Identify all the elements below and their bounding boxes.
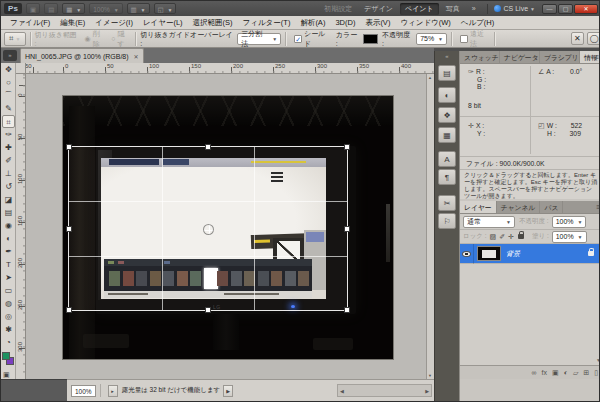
lock-transparency-icon[interactable]: ▨ [490, 233, 497, 240]
minimize-button[interactable]: — [542, 4, 557, 14]
status-menu-icon[interactable]: ▶ [223, 385, 233, 397]
blur-tool[interactable]: ◉ [2, 219, 15, 232]
3d-rotate-tool[interactable]: ◍ [2, 297, 15, 310]
status-info-icon[interactable]: ▸ [108, 385, 118, 397]
move-tool[interactable]: ✥ [2, 63, 15, 76]
tab-ブラシプリ[interactable]: ブラシプリ [540, 51, 580, 63]
zoom-tool[interactable]: ◔ [2, 336, 15, 349]
type-tool[interactable]: T [2, 258, 15, 271]
gradient-tool[interactable]: ▤ [2, 206, 15, 219]
styles-panel-icon[interactable]: ❖ [438, 107, 456, 123]
menu-item[interactable]: フィルター(T) [238, 18, 296, 28]
fill-dropdown[interactable]: 100% ▼ [552, 231, 587, 243]
vertical-ruler[interactable]: 050100150200250300 [16, 74, 26, 379]
vertical-scrollbar[interactable]: ▲ ▼ [426, 74, 434, 379]
photo-document[interactable]: LG [63, 96, 393, 359]
lock-position-icon[interactable]: ✛ [508, 233, 514, 240]
layer-comps-panel-icon[interactable]: ▦ [438, 127, 456, 143]
menu-item[interactable]: ヘルプ(H) [456, 18, 499, 28]
menu-item[interactable]: 解析(A) [295, 18, 330, 28]
pen-tool[interactable]: ✒ [2, 245, 15, 258]
adjustments-panel-icon[interactable]: ◐ [438, 87, 456, 103]
panel-menu-icon[interactable]: ≡ [596, 204, 600, 210]
menu-item[interactable]: レイヤー(L) [138, 18, 188, 28]
layer-mask-icon[interactable]: ▣ [552, 369, 559, 377]
scroll-down-icon[interactable]: ▼ [428, 373, 432, 378]
lock-all-icon[interactable] [518, 234, 524, 239]
path-selection-tool[interactable]: ➤ [2, 271, 15, 284]
hand-tool[interactable]: ✱ [2, 323, 15, 336]
lasso-tool[interactable]: ⌒ [2, 89, 15, 102]
overlay-dropdown[interactable]: 三分割法 ▼ [237, 33, 281, 45]
horizontal-scrollbar[interactable]: ◀ ▶ [337, 384, 432, 397]
workspace-button[interactable]: 初期設定 [319, 3, 357, 15]
adjustment-layer-icon[interactable]: ◐ [564, 369, 568, 376]
crop-tool[interactable]: ⌗ [2, 115, 15, 128]
crop-handle[interactable] [205, 144, 211, 150]
crop-reference-point[interactable] [203, 224, 214, 235]
ruler-corner[interactable] [16, 63, 26, 74]
zoom-percentage-field[interactable]: 100% [71, 385, 96, 397]
eyedropper-tool[interactable]: ✑ [2, 128, 15, 141]
tab-ナビゲータ[interactable]: ナビゲータ [500, 51, 540, 63]
history-brush-tool[interactable]: ↺ [2, 180, 15, 193]
horizontal-ruler[interactable]: -50050100150200250300350400 [26, 63, 434, 74]
eraser-tool[interactable]: ◪ [2, 193, 15, 206]
layer-opacity-dropdown[interactable]: 100% ▼ [552, 216, 587, 228]
panel-menu-icon[interactable]: ≡ [595, 54, 599, 60]
tab-overflow-icon[interactable]: » [3, 50, 17, 61]
crop-marquee[interactable] [68, 146, 348, 311]
layer-row[interactable]: 背景 [460, 244, 600, 264]
brush-tool[interactable]: ✐ [2, 154, 15, 167]
shape-tool[interactable]: ▭ [2, 284, 15, 297]
shield-checkbox[interactable]: ✓ [294, 35, 302, 43]
blend-mode-dropdown[interactable]: 通常▼ [463, 216, 515, 228]
tab-スウォッチ[interactable]: スウォッチ [460, 51, 500, 63]
crop-handle[interactable] [344, 226, 350, 232]
quick-mask-icon[interactable]: ▣ [3, 371, 10, 379]
new-layer-icon[interactable]: ⊞ [583, 369, 589, 377]
cancel-crop-button[interactable]: ✕ [571, 32, 585, 45]
3d-orbit-tool[interactable]: ◎ [2, 310, 15, 323]
visibility-toggle[interactable] [460, 244, 474, 264]
delete-radio[interactable]: ◉ [85, 35, 91, 43]
foreground-color-swatch[interactable] [2, 352, 10, 360]
mini-bridge-icon[interactable]: ▤ [44, 3, 58, 14]
hide-radio[interactable]: ○ [111, 35, 115, 42]
shield-color-swatch[interactable] [363, 34, 378, 44]
canvas-viewport[interactable]: LG [26, 74, 426, 379]
lock-pixels-icon[interactable]: ✐ [499, 233, 505, 240]
crop-handle[interactable] [66, 226, 72, 232]
menu-item[interactable]: 表示(V) [360, 18, 395, 28]
expand-dock-icon[interactable]: « [435, 51, 459, 59]
menu-item[interactable]: ウィンドウ(W) [395, 18, 455, 28]
crop-handle[interactable] [344, 307, 350, 313]
crop-tool-preset-button[interactable]: ⌗ ▼ [4, 32, 26, 46]
marquee-tool[interactable]: ○ [2, 76, 15, 89]
menu-item[interactable]: 3D(D) [330, 18, 360, 27]
document-tab[interactable]: HNI_0065.JPG @ 100% (RGB/8) ✕ [20, 48, 144, 63]
crop-handle[interactable] [66, 144, 72, 150]
menu-item[interactable]: ファイル(F) [5, 18, 55, 28]
opacity-dropdown[interactable]: 75% ▼ [416, 33, 447, 45]
paragraph-panel-icon[interactable]: ¶ [438, 169, 456, 185]
crop-handle[interactable] [205, 307, 211, 313]
menu-item[interactable]: イメージ(I) [90, 18, 138, 28]
workspace-button[interactable]: 写真 [441, 3, 465, 15]
tool-presets-panel-icon[interactable]: ✂ [438, 195, 456, 211]
arrange-documents-icon[interactable]: ▥ ▼ [127, 3, 150, 14]
workspace-button[interactable]: ペイント [400, 3, 439, 15]
scroll-up-icon[interactable]: ▲ [428, 75, 432, 80]
workspace-overflow-icon[interactable]: » [467, 4, 481, 13]
workspace-button[interactable]: デザイン [359, 3, 398, 15]
tab-チャンネル[interactable]: チャンネル [497, 201, 541, 213]
mini-bridge-panel-icon[interactable]: ▤ [438, 65, 456, 81]
layer-effects-icon[interactable]: fx [542, 369, 547, 376]
scroll-left-icon[interactable]: ◀ [340, 388, 344, 394]
link-layers-icon[interactable]: ∞ [532, 369, 537, 376]
close-tab-icon[interactable]: ✕ [134, 53, 139, 60]
menu-item[interactable]: 選択範囲(S) [188, 18, 238, 28]
clone-source-panel-icon[interactable]: ⚐ [438, 213, 456, 229]
view-extras-icon[interactable]: ▦ ▼ [62, 3, 85, 14]
healing-brush-tool[interactable]: ✚ [2, 141, 15, 154]
